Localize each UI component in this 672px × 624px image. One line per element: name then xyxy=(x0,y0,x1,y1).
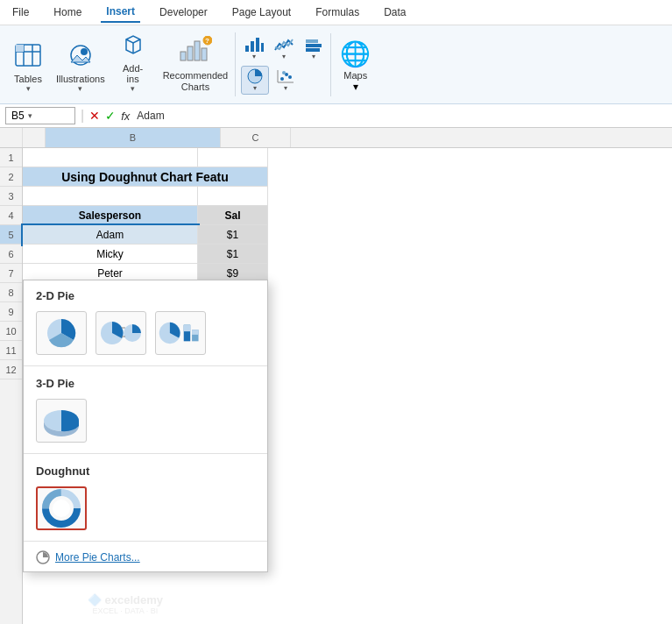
illustrations-icon xyxy=(67,43,95,72)
svg-rect-15 xyxy=(251,41,254,52)
2d-pie-options xyxy=(24,308,267,364)
formula-icons: ✕ ✓ fx xyxy=(89,109,130,123)
menu-insert[interactable]: Insert xyxy=(101,2,140,23)
maps-icon: 🌐 xyxy=(340,39,371,68)
svg-point-6 xyxy=(81,48,88,55)
divider-2 xyxy=(24,453,267,454)
row-header-3: 3 xyxy=(0,187,22,206)
menu-formulas[interactable]: Formulas xyxy=(310,3,364,22)
watermark-logo: 🔷 exceldemy xyxy=(88,593,163,606)
row-header-9: 9 xyxy=(0,302,22,322)
recommended-charts-icon: ? xyxy=(179,36,212,68)
illustrations-button[interactable]: Illustrations ▾ xyxy=(51,39,110,96)
chart-type-dropdown: 2-D Pie xyxy=(23,280,268,572)
formula-divider: | xyxy=(81,108,84,124)
ribbon: Tables ▾ Illustrations ▾ xyxy=(0,25,672,104)
recommended-charts-label: RecommendedCharts xyxy=(163,70,229,93)
cell-c5[interactable]: $1 xyxy=(198,225,268,245)
menu-page-layout[interactable]: Page Layout xyxy=(227,3,296,22)
line-chart-button[interactable]: ▾ xyxy=(271,35,297,62)
cell-c6[interactable]: $1 xyxy=(198,245,268,264)
cell-b4[interactable]: Salesperson xyxy=(23,206,198,225)
cell-b1[interactable] xyxy=(23,148,198,167)
svg-point-42 xyxy=(53,500,70,517)
bar-of-pie-option[interactable] xyxy=(155,311,206,355)
pie-basic-option[interactable] xyxy=(36,311,87,355)
tables-arrow: ▾ xyxy=(26,84,31,93)
svg-rect-4 xyxy=(16,45,24,52)
maps-arrow: ▾ xyxy=(353,81,358,93)
table-row xyxy=(23,187,268,206)
cell-b3[interactable] xyxy=(23,187,198,206)
more-pie-charts-link[interactable]: More Pie Charts... xyxy=(24,543,267,571)
grid-area: Using Doughnut Chart Featu Salesperson S… xyxy=(23,148,268,624)
cell-c4[interactable]: Sal xyxy=(198,206,268,225)
bar-chart-button[interactable]: ▾ xyxy=(241,35,267,62)
col-header-c[interactable]: C xyxy=(221,128,291,147)
svg-text:?: ? xyxy=(205,37,209,45)
addins-arrow: ▾ xyxy=(131,84,135,93)
row-header-12: 12 xyxy=(0,360,22,379)
svg-rect-37 xyxy=(192,330,198,335)
divider-3 xyxy=(24,541,267,542)
more-pie-charts-label: More Pie Charts... xyxy=(55,551,140,564)
column-headers: B C xyxy=(0,128,672,148)
svg-point-26 xyxy=(288,75,292,79)
scatter-chart-button[interactable]: ▾ xyxy=(272,67,299,94)
addins-icon xyxy=(119,32,147,61)
pie-chart-button[interactable]: ▾ xyxy=(241,66,269,95)
menu-home[interactable]: Home xyxy=(48,3,87,22)
svg-rect-9 xyxy=(187,46,193,60)
svg-rect-10 xyxy=(195,41,200,60)
pie-3d-option[interactable] xyxy=(36,399,87,443)
svg-rect-14 xyxy=(245,46,249,52)
cell-c1[interactable] xyxy=(198,148,268,167)
col-header-b[interactable]: B xyxy=(46,128,221,147)
cell-ref-dropdown[interactable]: ▾ xyxy=(28,111,32,120)
stacked-bar-button[interactable]: ▾ xyxy=(301,35,327,62)
col-header-corner xyxy=(0,128,23,147)
svg-rect-17 xyxy=(261,43,264,52)
row-header-8: 8 xyxy=(0,283,22,302)
maps-button[interactable]: 🌐 Maps ▾ xyxy=(333,36,378,96)
chart-icons-group: ▾ ▾ ▾ xyxy=(237,33,331,96)
cell-b5[interactable]: Adam xyxy=(23,225,198,245)
watermark-subtitle: EXCEL · DATA · BI xyxy=(88,606,163,615)
table-row: Adam $1 xyxy=(23,225,268,245)
cell-ref-value: B5 xyxy=(11,110,25,122)
section-3d-pie: 3-D Pie xyxy=(24,368,267,395)
cell-reference[interactable]: B5 ▾ xyxy=(5,107,75,124)
menu-developer[interactable]: Developer xyxy=(154,3,213,22)
row-header-7: 7 xyxy=(0,264,22,283)
svg-point-27 xyxy=(282,71,286,74)
tables-label: Tables xyxy=(14,74,42,84)
row-header-2: 2 xyxy=(0,167,22,187)
table-row: Using Doughnut Chart Featu xyxy=(23,167,268,187)
row-header-5: 5 xyxy=(0,225,22,245)
section-2d-pie: 2-D Pie xyxy=(24,280,267,308)
pie-of-pie-option[interactable] xyxy=(95,311,146,355)
confirm-icon[interactable]: ✓ xyxy=(105,109,116,123)
cell-b6[interactable]: Micky xyxy=(23,245,198,264)
addins-button[interactable]: Add-ins ▾ xyxy=(112,29,154,96)
svg-rect-20 xyxy=(306,48,320,52)
svg-rect-16 xyxy=(256,38,259,52)
svg-rect-11 xyxy=(202,48,207,60)
formula-value: Adam xyxy=(135,108,166,124)
cell-b2[interactable]: Using Doughnut Chart Featu xyxy=(23,167,268,187)
illustrations-arrow: ▾ xyxy=(78,84,82,93)
menu-file[interactable]: File xyxy=(7,3,34,22)
tables-button[interactable]: Tables ▾ xyxy=(7,39,49,96)
row-header-6: 6 xyxy=(0,245,22,264)
table-row xyxy=(23,148,268,167)
menu-bar: File Home Insert Developer Page Layout F… xyxy=(0,0,672,25)
section-doughnut: Doughnut xyxy=(24,456,267,483)
cancel-icon[interactable]: ✕ xyxy=(89,109,100,123)
3d-pie-options xyxy=(24,395,267,451)
cell-c3[interactable] xyxy=(198,187,268,206)
svg-rect-19 xyxy=(306,39,318,43)
svg-point-24 xyxy=(280,77,284,81)
doughnut-option[interactable] xyxy=(36,486,87,530)
recommended-charts-button[interactable]: ? RecommendedCharts xyxy=(156,32,237,96)
menu-data[interactable]: Data xyxy=(378,3,411,22)
